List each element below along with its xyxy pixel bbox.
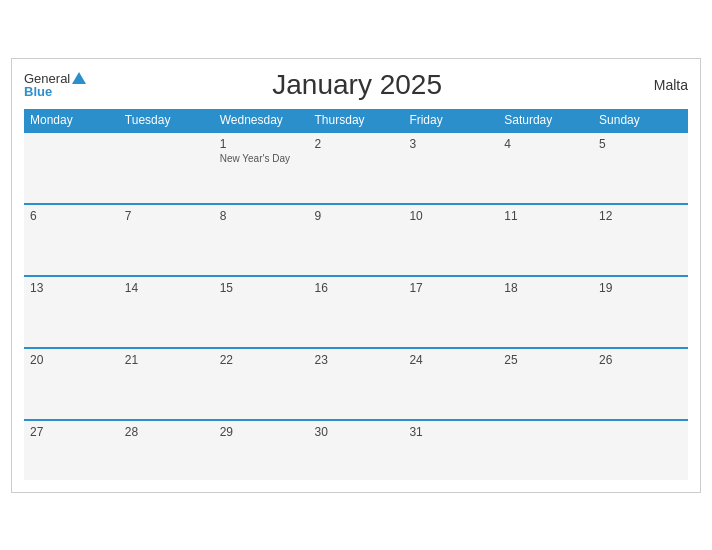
calendar-title: January 2025 (86, 69, 628, 101)
logo-general-text: General (24, 72, 70, 85)
calendar-day-cell: 30 (309, 420, 404, 480)
calendar-day-cell: 3 (403, 132, 498, 204)
calendar-week-row: 1New Year's Day2345 (24, 132, 688, 204)
calendar-day-cell: 23 (309, 348, 404, 420)
calendar-grid: MondayTuesdayWednesdayThursdayFridaySatu… (24, 109, 688, 480)
day-number: 20 (30, 353, 113, 367)
calendar-day-cell (593, 420, 688, 480)
day-number: 24 (409, 353, 492, 367)
calendar-week-row: 6789101112 (24, 204, 688, 276)
calendar-week-row: 20212223242526 (24, 348, 688, 420)
calendar-day-cell: 18 (498, 276, 593, 348)
day-number: 23 (315, 353, 398, 367)
day-number: 19 (599, 281, 682, 295)
calendar-wrapper: General Blue January 2025 Malta MondayTu… (11, 58, 701, 493)
calendar-day-cell: 21 (119, 348, 214, 420)
calendar-day-cell: 1New Year's Day (214, 132, 309, 204)
calendar-day-cell (119, 132, 214, 204)
day-number: 21 (125, 353, 208, 367)
calendar-day-cell: 15 (214, 276, 309, 348)
day-number: 6 (30, 209, 113, 223)
calendar-header: General Blue January 2025 Malta (24, 69, 688, 101)
weekday-header-row: MondayTuesdayWednesdayThursdayFridaySatu… (24, 109, 688, 132)
day-number: 17 (409, 281, 492, 295)
day-number: 28 (125, 425, 208, 439)
logo-triangle-icon (72, 72, 86, 84)
day-number: 16 (315, 281, 398, 295)
weekday-header-saturday: Saturday (498, 109, 593, 132)
day-event: New Year's Day (220, 153, 303, 164)
calendar-day-cell: 9 (309, 204, 404, 276)
day-number: 27 (30, 425, 113, 439)
calendar-day-cell: 19 (593, 276, 688, 348)
calendar-day-cell: 22 (214, 348, 309, 420)
calendar-day-cell: 20 (24, 348, 119, 420)
day-number: 26 (599, 353, 682, 367)
day-number: 7 (125, 209, 208, 223)
calendar-day-cell: 29 (214, 420, 309, 480)
day-number: 4 (504, 137, 587, 151)
day-number: 2 (315, 137, 398, 151)
calendar-day-cell: 5 (593, 132, 688, 204)
calendar-day-cell: 14 (119, 276, 214, 348)
calendar-day-cell: 26 (593, 348, 688, 420)
day-number: 25 (504, 353, 587, 367)
calendar-day-cell: 16 (309, 276, 404, 348)
calendar-day-cell: 17 (403, 276, 498, 348)
calendar-day-cell: 27 (24, 420, 119, 480)
calendar-day-cell: 2 (309, 132, 404, 204)
calendar-day-cell: 13 (24, 276, 119, 348)
day-number: 14 (125, 281, 208, 295)
calendar-day-cell (24, 132, 119, 204)
logo-blue-text: Blue (24, 85, 86, 98)
calendar-day-cell: 31 (403, 420, 498, 480)
calendar-day-cell: 7 (119, 204, 214, 276)
weekday-header-monday: Monday (24, 109, 119, 132)
logo-area: General Blue (24, 72, 86, 98)
day-number: 15 (220, 281, 303, 295)
calendar-day-cell: 24 (403, 348, 498, 420)
day-number: 3 (409, 137, 492, 151)
day-number: 10 (409, 209, 492, 223)
weekday-header-wednesday: Wednesday (214, 109, 309, 132)
weekday-header-friday: Friday (403, 109, 498, 132)
day-number: 13 (30, 281, 113, 295)
calendar-day-cell: 25 (498, 348, 593, 420)
day-number: 5 (599, 137, 682, 151)
day-number: 8 (220, 209, 303, 223)
calendar-day-cell: 6 (24, 204, 119, 276)
day-number: 29 (220, 425, 303, 439)
day-number: 12 (599, 209, 682, 223)
day-number: 11 (504, 209, 587, 223)
calendar-day-cell: 11 (498, 204, 593, 276)
calendar-country: Malta (628, 77, 688, 93)
day-number: 1 (220, 137, 303, 151)
day-number: 9 (315, 209, 398, 223)
weekday-header-sunday: Sunday (593, 109, 688, 132)
calendar-day-cell: 4 (498, 132, 593, 204)
calendar-week-row: 13141516171819 (24, 276, 688, 348)
calendar-week-row: 2728293031 (24, 420, 688, 480)
day-number: 22 (220, 353, 303, 367)
day-number: 31 (409, 425, 492, 439)
weekday-header-tuesday: Tuesday (119, 109, 214, 132)
weekday-header-thursday: Thursday (309, 109, 404, 132)
calendar-day-cell: 28 (119, 420, 214, 480)
calendar-day-cell (498, 420, 593, 480)
day-number: 30 (315, 425, 398, 439)
day-number: 18 (504, 281, 587, 295)
calendar-day-cell: 12 (593, 204, 688, 276)
calendar-day-cell: 8 (214, 204, 309, 276)
calendar-day-cell: 10 (403, 204, 498, 276)
